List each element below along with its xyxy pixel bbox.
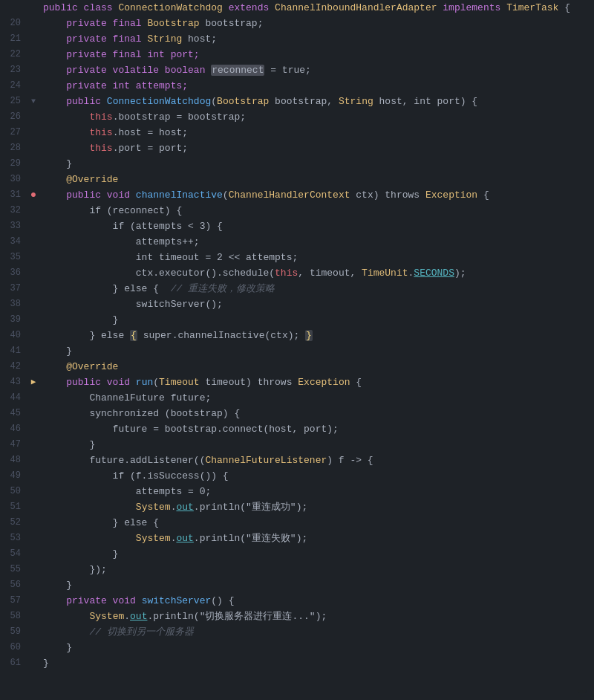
code-line: 39 } — [0, 312, 594, 328]
line-number: 39 — [0, 312, 27, 328]
line-number: 54 — [0, 546, 27, 562]
line-number: 48 — [0, 453, 27, 468]
code-line: 56 } — [0, 577, 594, 593]
code-line: 47 } — [0, 437, 594, 453]
code-line: 42 @Override — [0, 359, 594, 375]
line-number: 49 — [0, 468, 27, 484]
line-number: 51 — [0, 499, 27, 515]
code-content: } — [40, 312, 594, 328]
code-content: if (reconnect) { — [40, 203, 594, 218]
line-number: 58 — [0, 609, 27, 624]
code-content: } else { // 重连失败，修改策略 — [40, 281, 594, 296]
code-content: @Override — [40, 359, 594, 375]
gutter-icon — [27, 655, 40, 671]
code-line: 57 private void switchServer() { — [0, 593, 594, 609]
gutter-icon — [27, 515, 40, 531]
line-number: 38 — [0, 296, 27, 312]
code-line: 58 System.out.println("切换服务器进行重连..."); — [0, 609, 594, 624]
code-content: future = bootstrap.connect(host, port); — [40, 421, 594, 437]
code-content: public class ConnectionWatchdog extends … — [40, 0, 594, 16]
code-line: 20 private final Bootstrap bootstrap; — [0, 16, 594, 31]
gutter-icon — [27, 109, 40, 125]
gutter-icon — [27, 312, 40, 328]
line-number: 37 — [0, 281, 27, 296]
gutter-icon — [27, 172, 40, 187]
code-line: 49 if (f.isSuccess()) { — [0, 468, 594, 484]
code-line: 37 } else { // 重连失败，修改策略 — [0, 281, 594, 296]
code-line: 26 this.bootstrap = bootstrap; — [0, 109, 594, 125]
code-content: private void switchServer() { — [40, 593, 594, 609]
code-line: 30 @Override — [0, 172, 594, 187]
gutter-icon — [27, 406, 40, 421]
code-line: 36 ctx.executor().schedule(this, timeout… — [0, 265, 594, 281]
code-content: } else { — [40, 515, 594, 531]
code-content: attempts++; — [40, 234, 594, 250]
gutter-icon — [27, 562, 40, 577]
gutter-icon — [27, 468, 40, 484]
code-content: public void channelInactive(ChannelHandl… — [40, 187, 594, 203]
code-content: }); — [40, 562, 594, 577]
code-line: 34 attempts++; — [0, 234, 594, 250]
line-number: 22 — [0, 47, 27, 62]
gutter-icon — [27, 16, 40, 31]
code-line: 33 if (attempts < 3) { — [0, 218, 594, 234]
code-line: 61} — [0, 655, 594, 671]
code-line: 23 private volatile boolean reconnect = … — [0, 62, 594, 78]
code-line: 55 }); — [0, 562, 594, 577]
line-number: 55 — [0, 562, 27, 577]
line-number — [0, 0, 27, 16]
code-line: 59 // 切换到另一个服务器 — [0, 624, 594, 640]
code-line: 60 } — [0, 640, 594, 655]
gutter-icon — [27, 499, 40, 515]
line-number: 28 — [0, 140, 27, 156]
gutter-icon — [27, 484, 40, 499]
gutter-icon — [27, 453, 40, 468]
line-number: 53 — [0, 531, 27, 546]
code-content: } — [40, 546, 594, 562]
code-line: 35 int timeout = 2 << attempts; — [0, 250, 594, 265]
code-content: System.out.println("重连成功"); — [40, 499, 594, 515]
line-number: 20 — [0, 16, 27, 31]
gutter-icon — [27, 234, 40, 250]
code-content: } — [40, 343, 594, 359]
line-number: 44 — [0, 390, 27, 406]
code-editor: public class ConnectionWatchdog extends … — [0, 0, 594, 671]
code-line: 50 attempts = 0; — [0, 484, 594, 499]
code-content: this.bootstrap = bootstrap; — [40, 109, 594, 125]
line-number: 41 — [0, 343, 27, 359]
code-content: public void run(Timeout timeout) throws … — [40, 375, 594, 390]
gutter-icon — [27, 296, 40, 312]
code-content: private final int port; — [40, 47, 594, 62]
gutter-icon — [27, 218, 40, 234]
code-line: 46 future = bootstrap.connect(host, port… — [0, 421, 594, 437]
code-line: 41 } — [0, 343, 594, 359]
gutter-icon — [27, 437, 40, 453]
code-line: 52 } else { — [0, 515, 594, 531]
gutter-icon — [27, 390, 40, 406]
gutter-icon — [27, 593, 40, 609]
gutter-icon — [27, 343, 40, 359]
code-content: // 切换到另一个服务器 — [40, 624, 594, 640]
code-line: 29 } — [0, 156, 594, 172]
code-content: private final String host; — [40, 31, 594, 47]
code-line: 54 } — [0, 546, 594, 562]
line-number: 32 — [0, 203, 27, 218]
code-content: ChannelFuture future; — [40, 390, 594, 406]
code-line: 40 } else { super.channelInactive(ctx); … — [0, 328, 594, 343]
code-content: private int attempts; — [40, 78, 594, 94]
code-line: public class ConnectionWatchdog extends … — [0, 0, 594, 16]
line-number: 43 — [0, 375, 27, 390]
code-line: 31● public void channelInactive(ChannelH… — [0, 187, 594, 203]
gutter-icon — [27, 281, 40, 296]
gutter-icon — [27, 125, 40, 140]
code-content: } — [40, 655, 594, 671]
code-line: 51 System.out.println("重连成功"); — [0, 499, 594, 515]
gutter-icon — [27, 421, 40, 437]
code-line: 48 future.addListener((ChannelFutureList… — [0, 453, 594, 468]
code-line: 45 synchronized (bootstrap) { — [0, 406, 594, 421]
code-line: 32 if (reconnect) { — [0, 203, 594, 218]
line-number: 36 — [0, 265, 27, 281]
line-number: 60 — [0, 640, 27, 655]
code-line: 53 System.out.println("重连失败"); — [0, 531, 594, 546]
gutter-icon — [27, 265, 40, 281]
